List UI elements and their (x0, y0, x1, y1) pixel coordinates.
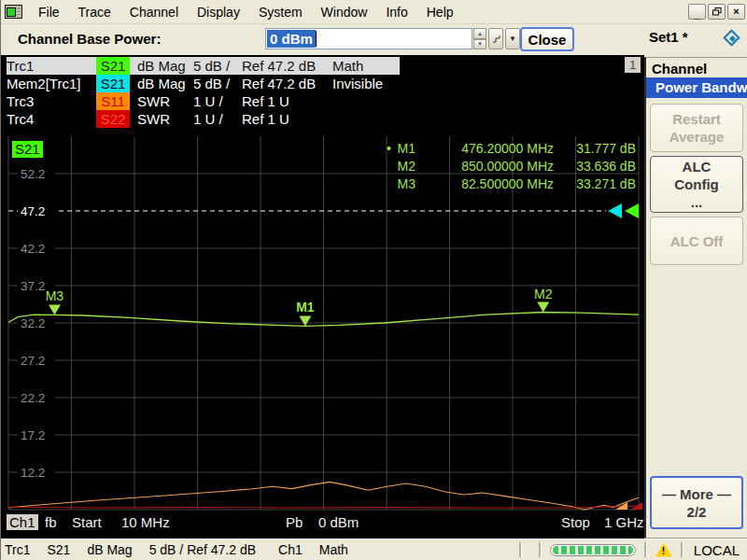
trace-name: Trc4 (7, 110, 96, 128)
restart-average-button[interactable]: Restart Average (650, 104, 743, 152)
more-button[interactable]: — More — 2/2 (650, 476, 743, 529)
trace-math: Math (332, 57, 400, 75)
app-icon[interactable] (5, 5, 22, 19)
menu-help[interactable]: Help (417, 3, 463, 21)
marker-frequency: 850.00000 MHz (416, 158, 554, 175)
minimize-button[interactable]: _ (688, 4, 706, 20)
sparam-badge: S22 (96, 110, 130, 128)
stop-value: 1 GHz (604, 514, 644, 530)
status-math: Math (319, 542, 348, 557)
trace-scale: 1 U / (193, 92, 242, 110)
status-divider (519, 542, 522, 557)
minimize-icon: _ (694, 9, 699, 20)
analyzer-window: File Trace Channel Display System Window… (0, 0, 747, 560)
setup-row: Set1 * (644, 24, 747, 57)
power-input[interactable]: 0 dBm (265, 28, 472, 49)
marker-triangle-m2 (537, 302, 549, 313)
trace-row-trc4[interactable]: Trc4 S22 SWR 1 U / Ref 1 U (7, 110, 400, 128)
step-size-button[interactable] (488, 28, 503, 49)
warning-icon[interactable]: ! (655, 543, 672, 557)
trace-row-trc1[interactable]: Trc1 S21 dB Mag 5 dB / Ref 47.2 dB Math (7, 57, 400, 75)
channel-badge[interactable]: Ch1 (7, 514, 38, 530)
y-axis-tick-label: 12.2 (21, 466, 45, 480)
active-marker-dot (380, 175, 391, 193)
instrument-screen-icon (7, 7, 16, 17)
spin-down-icon[interactable]: ▼ (473, 39, 486, 50)
status-trace: Trc1 (5, 542, 30, 557)
softkey-panel: Channel Power Bandwi Restart Average ALC… (644, 57, 747, 539)
trace-ref: Ref 47.2 dB (242, 75, 332, 92)
status-scale: 5 dB / Ref 47.2 dB (149, 542, 256, 557)
close-icon: × (733, 7, 739, 17)
restore-icon (712, 7, 722, 16)
close-dialog-button[interactable]: Close (520, 27, 574, 51)
trace-scale: 5 dB / (193, 57, 242, 75)
sparam-badge: S11 (96, 92, 130, 110)
restore-button[interactable] (708, 4, 726, 20)
active-menu-item[interactable]: Power Bandwi (646, 77, 747, 98)
trace-format: dB Mag (137, 75, 193, 92)
close-window-button[interactable]: × (727, 4, 745, 20)
trace-scale: 5 dB / (193, 75, 242, 92)
trace-list: Trc1 S21 dB Mag 5 dB / Ref 47.2 dB Math … (7, 57, 400, 128)
menu-bar: File Trace Channel Display System Window… (1, 0, 747, 24)
base-power-value: 0 dBm (318, 514, 359, 530)
trace-format: dB Mag (137, 57, 193, 75)
rohde-schwarz-logo (723, 29, 742, 49)
menu-window[interactable]: Window (312, 3, 377, 21)
start-value: 10 MHz (121, 514, 170, 530)
marker-name: M2 (391, 158, 416, 175)
marker-value: 33.636 dB (554, 158, 636, 175)
softkey-menu-title: Channel (650, 59, 743, 77)
sweep-progress-bar (550, 544, 636, 556)
y-axis-tick-label: 37.2 (21, 279, 45, 293)
marker-row-m3: M3 82.500000 MHz 33.271 dB (380, 175, 636, 193)
y-axis-tick-label: 52.2 (21, 167, 45, 181)
y-axis-tick-label: 22.2 (21, 391, 45, 405)
setup-name: Set1 * (649, 29, 688, 45)
trace-math (332, 92, 400, 110)
active-marker-dot (380, 158, 391, 175)
menu-channel[interactable]: Channel (120, 3, 188, 21)
diagram-area: 52.247.242.237.232.227.222.217.212.2M1M2… (1, 55, 644, 539)
status-param: S21 (47, 542, 70, 557)
y-axis-tick-label: 27.2 (21, 354, 45, 368)
trace-row-trc3[interactable]: Trc3 S11 SWR 1 U / Ref 1 U (7, 92, 400, 110)
spin-up-icon[interactable]: ▲ (473, 28, 486, 39)
channel-mode: fb (45, 514, 57, 530)
marker-row-m2: M2 850.00000 MHz 33.636 dB (380, 158, 636, 175)
marker-label-m3: M3 (46, 288, 64, 303)
menu-display[interactable]: Display (188, 3, 249, 21)
trace-row-mem2[interactable]: Mem2[Trc1] S21 dB Mag 5 dB / Ref 47.2 dB… (7, 75, 400, 92)
alc-off-button[interactable]: ALC Off (650, 217, 743, 265)
menu-info[interactable]: Info (376, 3, 416, 21)
chevron-down-icon: ▼ (509, 35, 516, 43)
menu-trace[interactable]: Trace (69, 3, 120, 21)
marker-value: 33.271 dB (554, 175, 636, 193)
y-axis-tick-label: 42.2 (21, 242, 45, 256)
status-divider (539, 542, 542, 557)
channel-status-line: Ch1 fb Start 10 MHz Pb 0 dBm Stop 1 GHz (1, 511, 644, 538)
marker-triangle-m3 (49, 304, 61, 315)
channel-base-power-label: Channel Base Power: (18, 31, 161, 47)
trace-name: Mem2[Trc1] (7, 75, 96, 92)
trace-ref: Ref 1 U (242, 110, 332, 128)
value-spinner[interactable]: ▲▼ (473, 28, 486, 49)
step-icon (492, 35, 500, 43)
marker-name: M3 (391, 175, 416, 193)
trace-math (332, 110, 400, 128)
ref-level-indicator (625, 203, 639, 218)
trace-ref: Ref 1 U (242, 92, 332, 110)
trace-format: SWR (137, 92, 193, 110)
trace-name: Trc1 (7, 57, 96, 75)
status-divider (681, 542, 684, 557)
unit-dropdown-button[interactable]: ▼ (505, 28, 520, 49)
text-caret (316, 31, 317, 47)
trace-name: Trc3 (7, 92, 96, 110)
alc-config-button[interactable]: ALC Config ... (650, 156, 743, 213)
menu-file[interactable]: File (29, 3, 69, 21)
trace-ref: Ref 47.2 dB (242, 57, 332, 75)
softkey-sidebar: Set1 * Channel Power Bandwi Restart Aver… (644, 24, 747, 539)
menu-system[interactable]: System (249, 3, 312, 21)
sparam-badge: S21 (96, 57, 130, 75)
